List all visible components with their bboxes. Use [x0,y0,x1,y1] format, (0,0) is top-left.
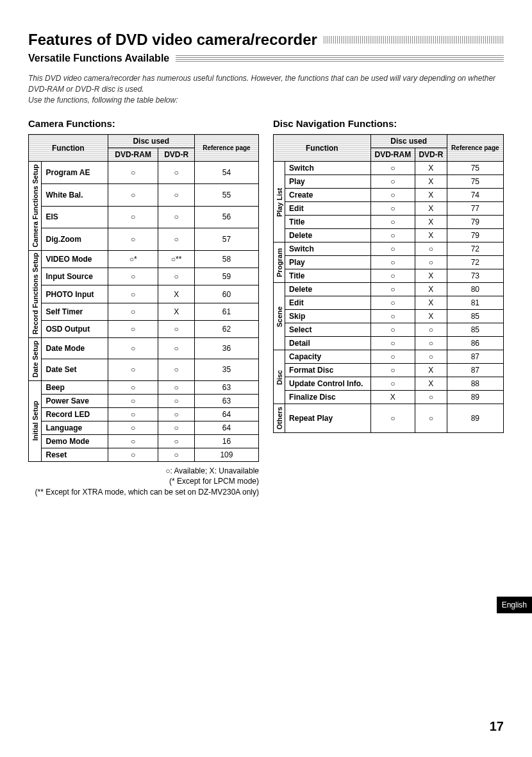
page-cell: 16 [194,434,258,448]
table-row: DiscCapacity○○87 [274,350,504,364]
table-row: Demo Mode○○16 [29,434,259,448]
function-name: Demo Mode [42,434,108,448]
header-dvdram: DVD-RAM [108,148,158,162]
nav-heading: Disc Navigation Functions: [273,118,504,129]
table-row: Camera Functions SetupProgram AE○○54 [29,162,259,184]
table-row: PHOTO Input○X60 [29,285,259,303]
page-cell: 89 [447,391,503,404]
intro-text: This DVD video camera/recorder has numer… [28,73,504,105]
dvdr-cell: ○ [158,162,194,184]
page-cell: 54 [194,162,258,184]
dvdram-cell: ○ [370,216,415,229]
dvdram-cell: ○ [108,285,158,303]
camera-legend: ○: Available; X: Unavailable(* Except fo… [28,466,259,498]
camera-table: FunctionDisc usedReference pageDVD-RAMDV… [28,134,259,461]
dvdram-cell: ○ [370,189,415,202]
dvdram-cell: ○ [108,394,158,407]
subtitle-rule [176,55,504,62]
dvdram-cell: ○ [108,184,158,207]
dvdram-cell: ○* [108,250,158,268]
function-name: Finalize Disc [285,391,371,404]
dvdram-cell: ○ [370,202,415,216]
title-row: Features of DVD video camera/recorder [28,31,504,49]
page-number: 17 [490,719,504,734]
page-cell: 72 [447,256,503,269]
function-name: EIS [42,206,108,228]
table-row: Date Set○○35 [29,359,259,380]
function-name: Self Timer [42,303,108,320]
table-row: ProgramSwitch○○72 [274,242,504,256]
function-name: VIDEO Mode [42,250,108,268]
table-row: Initial SetupBeep○○63 [29,380,259,394]
function-name: Skip [285,310,371,323]
dvdram-cell: ○ [108,380,158,394]
language-tab: English [497,597,532,613]
page-cell: 75 [447,175,503,189]
dvdram-cell: X [370,391,415,404]
page-cell: 81 [447,296,503,310]
dvdram-cell: ○ [370,256,415,269]
nav-table: FunctionDisc usedReference pageDVD-RAMDV… [273,134,504,432]
page-cell: 35 [194,359,258,380]
function-name: Format Disc [285,364,371,377]
dvdram-cell: ○ [370,350,415,364]
table-row: Input Source○○59 [29,268,259,285]
page-title: Features of DVD video camera/recorder [28,31,317,49]
dvdram-cell: ○ [370,310,415,323]
page-cell: 75 [447,162,503,175]
dvdram-cell: ○ [370,323,415,337]
function-name: Select [285,323,371,337]
function-name: Capacity [285,350,371,364]
table-row: Play○○72 [274,256,504,269]
dvdr-cell: X [415,364,447,377]
table-row: Edit○X81 [274,296,504,310]
function-name: Switch [285,242,371,256]
function-name: Reset [42,448,108,461]
function-name: Play [285,175,371,189]
dvdr-cell: X [415,216,447,229]
group-label: Program [274,242,285,283]
dvdr-cell: ○ [415,337,447,350]
header-function: Function [274,135,371,162]
page-cell: 64 [194,407,258,421]
page-cell: 87 [447,350,503,364]
function-name: Program AE [42,162,108,184]
function-name: Language [42,421,108,434]
main-columns: Camera Functions: FunctionDisc usedRefer… [28,118,504,498]
page-cell: 60 [194,285,258,303]
dvdram-cell: ○ [108,359,158,380]
dvdr-cell: ○ [158,338,194,359]
page-cell: 87 [447,364,503,377]
dvdram-cell: ○ [108,268,158,285]
dvdr-cell: ○ [158,380,194,394]
table-row: Reset○○109 [29,448,259,461]
page-cell: 58 [194,250,258,268]
header-function: Function [29,135,108,162]
dvdram-cell: ○ [108,338,158,359]
dvdr-cell: ○ [158,206,194,228]
table-row: Create○X74 [274,189,504,202]
function-name: Repeat Play [285,404,371,432]
dvdr-cell: X [415,202,447,216]
page-cell: 61 [194,303,258,320]
page-cell: 74 [447,189,503,202]
function-name: Play [285,256,371,269]
dvdr-cell: ○ [158,228,194,251]
function-name: Dig.Zoom [42,228,108,251]
function-name: White Bal. [42,184,108,207]
page-cell: 55 [194,184,258,207]
table-row: Self Timer○X61 [29,303,259,320]
dvdram-cell: ○ [370,364,415,377]
page-cell: 79 [447,216,503,229]
page-subtitle: Versatile Functions Available [28,53,169,64]
page-cell: 109 [194,448,258,461]
page-cell: 79 [447,229,503,242]
function-name: Switch [285,162,371,175]
dvdram-cell: ○ [370,296,415,310]
dvdr-cell: ○** [158,250,194,268]
page-cell: 86 [447,337,503,350]
function-name: Edit [285,202,371,216]
dvdr-cell: ○ [158,268,194,285]
dvdr-cell: ○ [158,320,194,337]
dvdr-cell: ○ [415,404,447,432]
